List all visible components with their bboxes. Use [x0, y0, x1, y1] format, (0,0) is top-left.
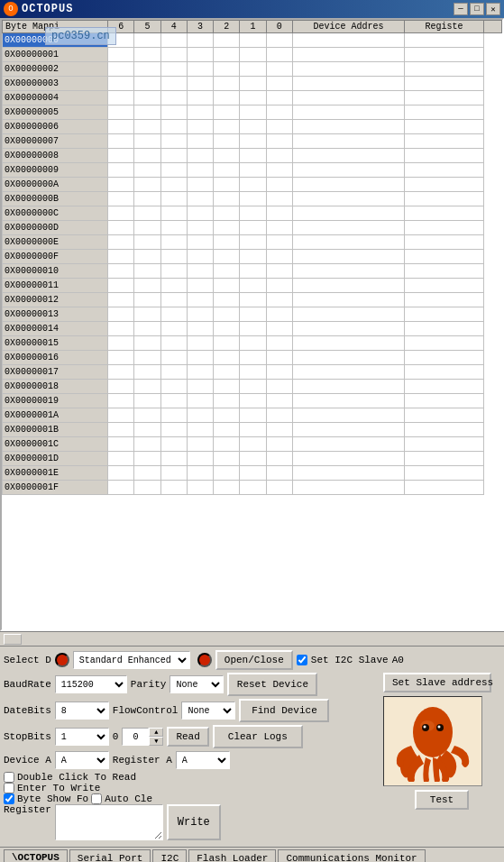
bit-cell[interactable]: [134, 178, 160, 192]
bit-cell[interactable]: [214, 134, 240, 149]
bit-cell[interactable]: [240, 466, 266, 481]
bit-cell[interactable]: [266, 452, 292, 466]
bit-cell[interactable]: [187, 206, 213, 221]
bit-cell[interactable]: [160, 178, 187, 192]
bit-cell[interactable]: [266, 264, 292, 279]
bit-cell[interactable]: [214, 264, 240, 279]
bit-cell[interactable]: [214, 466, 240, 481]
clear-logs-button[interactable]: Clear Logs: [213, 725, 303, 748]
bit-cell[interactable]: [160, 408, 187, 423]
bit-cell[interactable]: [160, 235, 187, 250]
bit-cell[interactable]: [187, 481, 213, 495]
bit-cell[interactable]: [240, 221, 266, 235]
double-click-checkbox[interactable]: [4, 772, 14, 783]
bit-cell[interactable]: [108, 62, 134, 77]
bit-cell[interactable]: [187, 293, 213, 307]
bit-cell[interactable]: [134, 33, 160, 48]
bit-cell[interactable]: [108, 120, 134, 134]
bit-cell[interactable]: [214, 33, 240, 48]
bit-cell[interactable]: [266, 221, 292, 235]
restore-button[interactable]: □: [470, 3, 484, 15]
bit-cell[interactable]: [187, 365, 213, 380]
bit-cell[interactable]: [214, 394, 240, 408]
bit-cell[interactable]: [160, 206, 187, 221]
bit-cell[interactable]: [108, 365, 134, 380]
bit-cell[interactable]: [187, 192, 213, 206]
bit-cell[interactable]: [160, 279, 187, 293]
write-button[interactable]: Write: [167, 804, 221, 840]
bit-cell[interactable]: [214, 149, 240, 163]
bit-cell[interactable]: [134, 77, 160, 91]
bit-cell[interactable]: [108, 394, 134, 408]
bit-cell[interactable]: [214, 105, 240, 120]
bit-cell[interactable]: [134, 221, 160, 235]
bit-cell[interactable]: [134, 365, 160, 380]
bit-cell[interactable]: [108, 336, 134, 351]
bit-cell[interactable]: [160, 481, 187, 495]
bit-cell[interactable]: [240, 48, 266, 62]
bit-cell[interactable]: [266, 351, 292, 365]
bit-cell[interactable]: [108, 481, 134, 495]
bit-cell[interactable]: [240, 481, 266, 495]
bit-cell[interactable]: [240, 235, 266, 250]
bit-cell[interactable]: [160, 221, 187, 235]
bit-cell[interactable]: [187, 264, 213, 279]
bit-cell[interactable]: [214, 437, 240, 452]
bit-cell[interactable]: [240, 163, 266, 178]
bit-cell[interactable]: [266, 322, 292, 336]
bit-cell[interactable]: [134, 322, 160, 336]
bit-cell[interactable]: [134, 466, 160, 481]
bit-cell[interactable]: [214, 351, 240, 365]
bit-cell[interactable]: [108, 134, 134, 149]
bit-cell[interactable]: [240, 91, 266, 105]
bit-cell[interactable]: [108, 77, 134, 91]
bit-cell[interactable]: [266, 48, 292, 62]
bit-cell[interactable]: [187, 322, 213, 336]
bit-cell[interactable]: [108, 235, 134, 250]
bit-cell[interactable]: [214, 192, 240, 206]
bit-cell[interactable]: [160, 250, 187, 264]
bit-cell[interactable]: [240, 408, 266, 423]
bit-cell[interactable]: [266, 437, 292, 452]
bit-cell[interactable]: [266, 279, 292, 293]
bit-cell[interactable]: [187, 437, 213, 452]
bit-cell[interactable]: [108, 250, 134, 264]
bit-cell[interactable]: [266, 105, 292, 120]
bit-cell[interactable]: [187, 452, 213, 466]
stop-bits-select[interactable]: 1: [55, 728, 109, 746]
bit-cell[interactable]: [108, 163, 134, 178]
bit-cell[interactable]: [266, 206, 292, 221]
find-device-button[interactable]: Find Device: [239, 699, 329, 722]
grid-container[interactable]: Byte Mappi 6 5 4 3 2 1 0 Device Addres R…: [0, 18, 504, 631]
bit-cell[interactable]: [187, 149, 213, 163]
bit-cell[interactable]: [160, 264, 187, 279]
bit-cell[interactable]: [240, 206, 266, 221]
bit-cell[interactable]: [187, 394, 213, 408]
bit-cell[interactable]: [160, 149, 187, 163]
bit-cell[interactable]: [160, 62, 187, 77]
bit-cell[interactable]: [187, 221, 213, 235]
bit-cell[interactable]: [160, 423, 187, 437]
bit-cell[interactable]: [134, 250, 160, 264]
bit-cell[interactable]: [108, 48, 134, 62]
register-textarea[interactable]: [55, 804, 163, 840]
auto-cle-checkbox[interactable]: [91, 793, 102, 804]
bit-cell[interactable]: [187, 178, 213, 192]
bit-cell[interactable]: [134, 206, 160, 221]
bit-cell[interactable]: [160, 48, 187, 62]
bit-cell[interactable]: [240, 250, 266, 264]
bit-cell[interactable]: [108, 452, 134, 466]
bit-cell[interactable]: [134, 293, 160, 307]
bit-cell[interactable]: [134, 235, 160, 250]
bit-cell[interactable]: [240, 149, 266, 163]
tab-comms-monitor[interactable]: Communications Monitor: [278, 849, 425, 862]
bit-cell[interactable]: [266, 394, 292, 408]
bit-cell[interactable]: [108, 466, 134, 481]
bit-cell[interactable]: [108, 380, 134, 394]
bit-cell[interactable]: [187, 105, 213, 120]
bit-cell[interactable]: [108, 437, 134, 452]
register-a-select[interactable]: A: [176, 751, 230, 769]
bit-cell[interactable]: [160, 351, 187, 365]
bit-cell[interactable]: [108, 293, 134, 307]
bit-cell[interactable]: [134, 380, 160, 394]
